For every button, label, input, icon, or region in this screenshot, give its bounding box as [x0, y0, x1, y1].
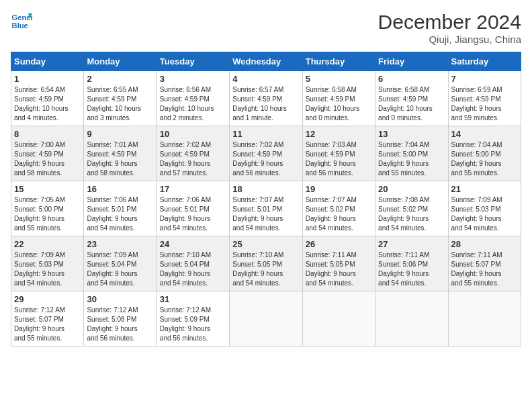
day-number: 17 [160, 184, 226, 194]
day-cell: 7Sunrise: 6:59 AM Sunset: 4:59 PM Daylig… [448, 71, 521, 126]
day-cell: 25Sunrise: 7:10 AM Sunset: 5:05 PM Dayli… [230, 236, 302, 291]
day-cell: 19Sunrise: 7:07 AM Sunset: 5:02 PM Dayli… [302, 181, 375, 236]
day-cell: 2Sunrise: 6:55 AM Sunset: 4:59 PM Daylig… [84, 71, 157, 126]
day-info: Sunrise: 7:11 AM Sunset: 5:07 PM Dayligh… [451, 250, 518, 288]
day-number: 11 [232, 129, 299, 139]
day-cell: 18Sunrise: 7:07 AM Sunset: 5:01 PM Dayli… [230, 181, 302, 236]
day-number: 29 [14, 294, 81, 304]
page-title: December 2024 [378, 11, 521, 34]
day-info: Sunrise: 6:59 AM Sunset: 4:59 PM Dayligh… [451, 85, 518, 123]
day-info: Sunrise: 7:05 AM Sunset: 5:00 PM Dayligh… [14, 195, 81, 233]
day-number: 27 [378, 239, 445, 249]
day-cell: 17Sunrise: 7:06 AM Sunset: 5:01 PM Dayli… [157, 181, 229, 236]
day-info: Sunrise: 7:06 AM Sunset: 5:01 PM Dayligh… [87, 195, 153, 233]
day-cell: 22Sunrise: 7:09 AM Sunset: 5:03 PM Dayli… [11, 236, 84, 291]
day-info: Sunrise: 7:09 AM Sunset: 5:03 PM Dayligh… [451, 195, 518, 233]
day-info: Sunrise: 6:56 AM Sunset: 4:59 PM Dayligh… [160, 85, 226, 123]
day-info: Sunrise: 7:09 AM Sunset: 5:04 PM Dayligh… [87, 250, 153, 288]
day-cell: 24Sunrise: 7:10 AM Sunset: 5:04 PM Dayli… [157, 236, 229, 291]
day-number: 18 [232, 184, 299, 194]
empty-day-cell [448, 291, 521, 347]
calendar-week-row: 29Sunrise: 7:12 AM Sunset: 5:07 PM Dayli… [11, 291, 521, 347]
day-cell: 6Sunrise: 6:58 AM Sunset: 4:59 PM Daylig… [375, 71, 448, 126]
day-number: 25 [232, 239, 299, 249]
day-info: Sunrise: 6:58 AM Sunset: 4:59 PM Dayligh… [378, 85, 445, 123]
day-number: 8 [14, 129, 81, 139]
day-number: 24 [160, 239, 226, 249]
day-number: 31 [160, 294, 226, 304]
day-info: Sunrise: 7:02 AM Sunset: 4:59 PM Dayligh… [232, 140, 299, 178]
calendar-week-row: 15Sunrise: 7:05 AM Sunset: 5:00 PM Dayli… [11, 181, 521, 236]
day-of-week-header: Tuesday [157, 52, 229, 71]
day-number: 12 [306, 129, 372, 139]
logo: General Blue [11, 11, 32, 32]
day-info: Sunrise: 7:09 AM Sunset: 5:03 PM Dayligh… [14, 250, 81, 288]
svg-text:Blue: Blue [12, 21, 28, 30]
day-number: 21 [451, 184, 518, 194]
day-info: Sunrise: 7:02 AM Sunset: 4:59 PM Dayligh… [160, 140, 226, 178]
logo-icon: General Blue [11, 11, 32, 32]
day-of-week-header: Sunday [11, 52, 84, 71]
day-info: Sunrise: 7:00 AM Sunset: 4:59 PM Dayligh… [14, 140, 81, 178]
title-block: December 2024 Qiuji, Jiangsu, China [378, 11, 521, 45]
calendar-week-row: 22Sunrise: 7:09 AM Sunset: 5:03 PM Dayli… [11, 236, 521, 291]
day-cell: 8Sunrise: 7:00 AM Sunset: 4:59 PM Daylig… [11, 126, 84, 181]
day-cell: 5Sunrise: 6:58 AM Sunset: 4:59 PM Daylig… [302, 71, 375, 126]
day-of-week-header: Friday [375, 52, 448, 71]
day-number: 1 [14, 74, 81, 84]
day-cell: 27Sunrise: 7:11 AM Sunset: 5:06 PM Dayli… [375, 236, 448, 291]
day-of-week-header: Thursday [302, 52, 375, 71]
day-number: 7 [451, 74, 518, 84]
day-info: Sunrise: 6:54 AM Sunset: 4:59 PM Dayligh… [14, 85, 81, 123]
day-info: Sunrise: 7:01 AM Sunset: 4:59 PM Dayligh… [87, 140, 153, 178]
day-number: 26 [306, 239, 372, 249]
day-number: 22 [14, 239, 81, 249]
empty-day-cell [230, 291, 302, 347]
day-number: 10 [160, 129, 226, 139]
day-of-week-header: Wednesday [230, 52, 302, 71]
day-info: Sunrise: 7:12 AM Sunset: 5:08 PM Dayligh… [87, 306, 153, 343]
day-cell: 23Sunrise: 7:09 AM Sunset: 5:04 PM Dayli… [84, 236, 157, 291]
day-number: 6 [378, 74, 445, 84]
day-info: Sunrise: 7:12 AM Sunset: 5:07 PM Dayligh… [14, 306, 81, 343]
page-subtitle: Qiuji, Jiangsu, China [378, 34, 521, 45]
calendar-week-row: 8Sunrise: 7:00 AM Sunset: 4:59 PM Daylig… [11, 126, 521, 181]
day-cell: 9Sunrise: 7:01 AM Sunset: 4:59 PM Daylig… [84, 126, 157, 181]
day-cell: 12Sunrise: 7:03 AM Sunset: 4:59 PM Dayli… [302, 126, 375, 181]
day-cell: 30Sunrise: 7:12 AM Sunset: 5:08 PM Dayli… [84, 291, 157, 347]
day-info: Sunrise: 7:10 AM Sunset: 5:04 PM Dayligh… [160, 250, 226, 288]
calendar-header-row: SundayMondayTuesdayWednesdayThursdayFrid… [11, 52, 521, 71]
day-cell: 31Sunrise: 7:12 AM Sunset: 5:09 PM Dayli… [157, 291, 229, 347]
day-number: 14 [451, 129, 518, 139]
day-info: Sunrise: 6:58 AM Sunset: 4:59 PM Dayligh… [306, 85, 372, 123]
day-info: Sunrise: 7:07 AM Sunset: 5:02 PM Dayligh… [306, 195, 372, 233]
day-number: 19 [306, 184, 372, 194]
day-cell: 26Sunrise: 7:11 AM Sunset: 5:05 PM Dayli… [302, 236, 375, 291]
empty-day-cell [375, 291, 448, 347]
day-number: 9 [87, 129, 153, 139]
day-cell: 3Sunrise: 6:56 AM Sunset: 4:59 PM Daylig… [157, 71, 229, 126]
day-cell: 29Sunrise: 7:12 AM Sunset: 5:07 PM Dayli… [11, 291, 84, 347]
day-of-week-header: Monday [84, 52, 157, 71]
day-cell: 1Sunrise: 6:54 AM Sunset: 4:59 PM Daylig… [11, 71, 84, 126]
day-cell: 15Sunrise: 7:05 AM Sunset: 5:00 PM Dayli… [11, 181, 84, 236]
day-number: 5 [306, 74, 372, 84]
day-number: 13 [378, 129, 445, 139]
day-cell: 28Sunrise: 7:11 AM Sunset: 5:07 PM Dayli… [448, 236, 521, 291]
day-info: Sunrise: 7:11 AM Sunset: 5:06 PM Dayligh… [378, 250, 445, 288]
day-number: 30 [87, 294, 153, 304]
day-cell: 20Sunrise: 7:08 AM Sunset: 5:02 PM Dayli… [375, 181, 448, 236]
calendar-table: SundayMondayTuesdayWednesdayThursdayFrid… [11, 52, 521, 347]
day-info: Sunrise: 7:10 AM Sunset: 5:05 PM Dayligh… [232, 250, 299, 288]
day-cell: 14Sunrise: 7:04 AM Sunset: 5:00 PM Dayli… [448, 126, 521, 181]
day-info: Sunrise: 6:55 AM Sunset: 4:59 PM Dayligh… [87, 85, 153, 123]
day-number: 28 [451, 239, 518, 249]
day-number: 16 [87, 184, 153, 194]
day-cell: 10Sunrise: 7:02 AM Sunset: 4:59 PM Dayli… [157, 126, 229, 181]
day-of-week-header: Saturday [448, 52, 521, 71]
day-number: 20 [378, 184, 445, 194]
day-number: 23 [87, 239, 153, 249]
day-cell: 13Sunrise: 7:04 AM Sunset: 5:00 PM Dayli… [375, 126, 448, 181]
calendar-week-row: 1Sunrise: 6:54 AM Sunset: 4:59 PM Daylig… [11, 71, 521, 126]
day-cell: 4Sunrise: 6:57 AM Sunset: 4:59 PM Daylig… [230, 71, 302, 126]
